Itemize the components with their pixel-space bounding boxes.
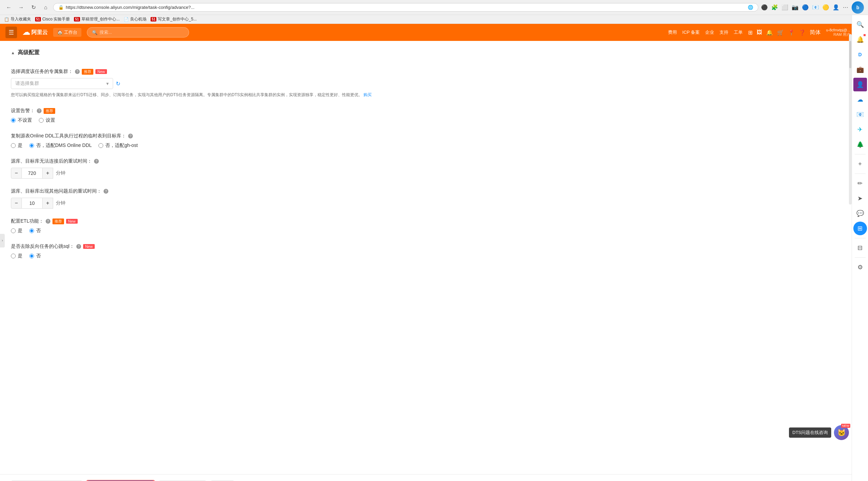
sidebar-plane-icon[interactable]: ✈ (853, 123, 867, 136)
sidebar-chat-icon[interactable]: 💬 (853, 207, 867, 220)
etl-info-icon[interactable]: ? (46, 219, 50, 224)
retry-other-info-icon[interactable]: ? (104, 189, 108, 194)
nav-enterprise[interactable]: 企业 (705, 29, 714, 35)
nav-fees[interactable]: 费用 (668, 29, 677, 35)
nav-icp[interactable]: ICP 备案 (682, 29, 700, 35)
ddl-no-dms-radio[interactable] (29, 143, 34, 148)
ext-icon-2[interactable]: 🧩 (771, 4, 778, 11)
ddl-no-dms-option[interactable]: 否，适配DMS Online DDL (29, 142, 92, 149)
refresh-button[interactable]: ↻ (29, 3, 38, 12)
back-button[interactable]: ← (4, 3, 14, 12)
cluster-refresh-button[interactable]: ↻ (116, 80, 120, 87)
heartbeat-yes-radio[interactable] (11, 254, 16, 258)
image-icon[interactable]: 🖼 (757, 29, 762, 35)
retry-source-decrement[interactable]: − (11, 168, 22, 179)
alert-info-icon[interactable]: ? (37, 108, 42, 113)
sidebar-plus-icon[interactable]: + (853, 157, 867, 171)
sidebar-cloud-icon[interactable]: ☁ (853, 93, 867, 106)
scrollbar[interactable] (849, 34, 852, 205)
forward-button[interactable]: → (16, 3, 26, 12)
home-button[interactable]: ⌂ (41, 3, 50, 12)
user-avatar[interactable]: 👤 (833, 4, 839, 11)
menu-button[interactable]: ☰ (5, 27, 17, 38)
nav-workorder[interactable]: 工单 (734, 29, 743, 35)
lang-icon[interactable]: 简体 (810, 29, 821, 36)
sidebar-bell-icon[interactable]: 🔔 (853, 33, 867, 46)
dts-chat-button[interactable]: 🐱 NEW (834, 425, 849, 440)
ext-icon-1[interactable]: ⚫ (761, 4, 768, 11)
alert-set-radio[interactable] (39, 118, 44, 123)
heartbeat-info-icon[interactable]: ? (76, 244, 81, 249)
ext-icon-3[interactable]: ⬜ (781, 4, 788, 11)
etl-yes-radio[interactable] (11, 228, 16, 233)
etl-yes-option[interactable]: 是 (11, 228, 22, 234)
bookmark-write[interactable]: 51 写文章_创作中心_5... (151, 16, 197, 22)
bookmark-machine[interactable]: 📄 良心机场 (124, 16, 146, 22)
ddl-yes-radio[interactable] (11, 143, 16, 148)
bookmark-cisco[interactable]: 51 Cisco 实验手册 (35, 16, 70, 22)
etl-no-option[interactable]: 否 (29, 228, 41, 234)
ext-icon-4[interactable]: 📷 (792, 4, 799, 11)
ext-icon-6[interactable]: 📧 (812, 4, 819, 11)
nav-support[interactable]: 支持 (719, 29, 728, 35)
ext-icon-5[interactable]: 🔵 (802, 4, 809, 11)
bookmark-draft[interactable]: 51 草稿管理_创作中心... (74, 16, 120, 22)
scroll-thumb[interactable] (849, 41, 851, 68)
cluster-buy-link[interactable]: 购买 (363, 92, 372, 97)
cluster-hint: 您可以购买指定规格的专属集群来运行DTS迁移、同步、订阅等任务，实现与其他用户的… (11, 92, 857, 98)
cart-icon[interactable]: 🛒 (777, 29, 784, 36)
sidebar-grid-icon[interactable]: ⊞ (853, 222, 867, 235)
alert-no-set-option[interactable]: 不设置 (11, 117, 32, 123)
sidebar-user-icon[interactable]: 👤 (853, 78, 867, 91)
ddl-yes-option[interactable]: 是 (11, 142, 22, 149)
workbench-button[interactable]: 🏠 工作台 (53, 28, 81, 37)
ddl-info-icon[interactable]: ? (128, 134, 133, 138)
ddl-label-text: 复制源表Online DDL工具执行过程的临时表到目标库： (11, 133, 126, 139)
help-icon[interactable]: ❓ (799, 29, 806, 36)
lock-icon: 🔒 (58, 5, 64, 10)
etl-no-radio[interactable] (29, 228, 34, 233)
section-header[interactable]: ▲ 高级配置 (11, 49, 857, 60)
retry-source-unit: 分钟 (56, 170, 65, 176)
sidebar-split-icon[interactable]: ⊟ (853, 241, 867, 255)
cluster-select[interactable]: 请选择集群 ▾ (11, 78, 113, 89)
sidebar-edit-icon[interactable]: ✏ (853, 177, 867, 190)
bing-button[interactable]: b (852, 1, 864, 14)
sidebar-gear-icon[interactable]: ⚙ (853, 260, 867, 274)
left-panel-toggle[interactable]: › (0, 234, 5, 247)
alert-no-set-radio[interactable] (11, 118, 16, 123)
sidebar-arrow-icon[interactable]: ➤ (853, 192, 867, 205)
retry-source-input: − 720 + 分钟 (11, 168, 857, 179)
sidebar-ding-icon[interactable]: D (853, 48, 867, 61)
cluster-info-icon[interactable]: ? (75, 69, 80, 74)
sidebar-divider-1 (855, 154, 866, 154)
heartbeat-no-label: 否 (36, 253, 41, 259)
heartbeat-yes-option[interactable]: 是 (11, 253, 22, 259)
sidebar-briefcase-icon[interactable]: 💼 (853, 63, 867, 76)
search-icon: 🔍 (92, 30, 97, 35)
retry-other-unit: 分钟 (56, 200, 65, 206)
sidebar-search-icon[interactable]: 🔍 (853, 18, 867, 31)
ext-icon-7[interactable]: 🟡 (822, 4, 829, 11)
bell-icon[interactable]: 🔔 (766, 29, 773, 36)
location-icon[interactable]: 📍 (788, 29, 795, 36)
ddl-no-ghost-option[interactable]: 否，适配gh-ost (98, 142, 138, 149)
sidebar-tree-icon[interactable]: 🌲 (853, 138, 867, 151)
heartbeat-no-option[interactable]: 否 (29, 253, 41, 259)
bottom-space (11, 269, 857, 289)
sidebar-outlook-icon[interactable]: 📧 (853, 108, 867, 121)
heartbeat-no-radio[interactable] (29, 254, 34, 258)
machine-icon: 📄 (124, 17, 129, 22)
bookmark-import[interactable]: 📋 导入收藏夹 (4, 16, 31, 22)
retry-other-decrement[interactable]: − (11, 198, 22, 209)
retry-other-group: 源库、目标库出现其他问题后的重试时间： ? − 10 + 分钟 (11, 188, 857, 209)
alert-set-option[interactable]: 设置 (39, 117, 55, 123)
grid-icon[interactable]: ⊞ (748, 29, 753, 36)
address-bar[interactable]: 🔒 https://dtsnew.console.aliyun.com/migr… (53, 3, 758, 12)
ddl-no-ghost-radio[interactable] (98, 143, 103, 148)
retry-other-increment[interactable]: + (42, 198, 53, 209)
search-box[interactable]: 🔍 搜索... (87, 27, 189, 37)
more-button[interactable]: ⋯ (843, 4, 848, 11)
retry-source-increment[interactable]: + (42, 168, 53, 179)
retry-source-info-icon[interactable]: ? (94, 159, 99, 164)
